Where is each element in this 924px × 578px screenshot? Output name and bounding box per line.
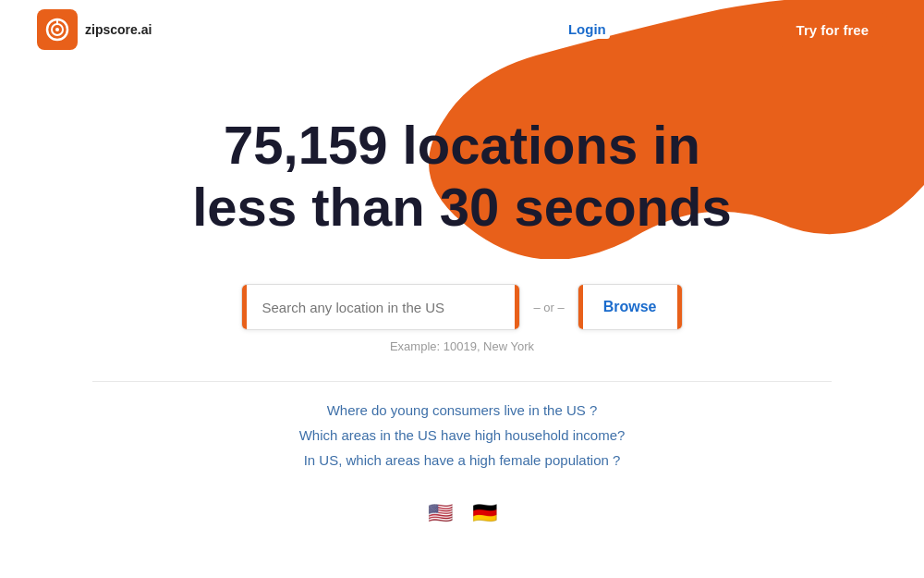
nav-link-login[interactable]: Login bbox=[565, 19, 610, 39]
suggestion-link-0[interactable]: Where do young consumers live in the US … bbox=[327, 402, 598, 418]
logo-icon bbox=[37, 9, 78, 50]
browse-right-accent bbox=[677, 285, 682, 329]
nav-link-data[interactable]: Data bbox=[502, 21, 531, 37]
nav-item-data[interactable]: Data bbox=[502, 21, 531, 38]
browse-wrapper: Browse bbox=[578, 284, 683, 330]
navbar: zipscore.ai Features Usecases Data Login… bbox=[0, 0, 924, 59]
flags-row: 🇺🇸 🇩🇪 bbox=[0, 501, 924, 525]
search-wrapper bbox=[241, 284, 520, 330]
search-input[interactable] bbox=[247, 289, 515, 326]
nav-item-usecases[interactable]: Usecases bbox=[407, 21, 468, 38]
search-area: – or – Browse bbox=[0, 284, 924, 330]
svg-point-2 bbox=[55, 28, 59, 31]
search-right-accent bbox=[515, 285, 519, 329]
flag-us[interactable]: 🇺🇸 bbox=[422, 501, 457, 525]
hero-title-line1: 75,159 locations in bbox=[224, 115, 700, 175]
suggestions: Where do young consumers live in the US … bbox=[0, 402, 924, 468]
nav-links: Features Usecases Data Login bbox=[320, 21, 610, 38]
main-content: 75,159 locations in less than 30 seconds… bbox=[0, 59, 924, 525]
logo-area[interactable]: zipscore.ai bbox=[37, 9, 152, 50]
brand-name: zipscore.ai bbox=[85, 22, 152, 37]
logo-svg bbox=[44, 17, 70, 43]
hero-title-line2: less than 30 seconds bbox=[192, 177, 731, 237]
try-for-free-button[interactable]: Try for free bbox=[778, 13, 887, 47]
suggestion-link-1[interactable]: Which areas in the US have high househol… bbox=[299, 427, 626, 443]
nav-item-login[interactable]: Login bbox=[565, 21, 610, 38]
hero-title: 75,159 locations in less than 30 seconds bbox=[139, 115, 785, 238]
search-hint: Example: 10019, New York bbox=[0, 339, 924, 353]
divider bbox=[92, 381, 832, 382]
browse-button[interactable]: Browse bbox=[583, 285, 677, 329]
nav-link-features[interactable]: Features bbox=[320, 21, 374, 37]
nav-item-features[interactable]: Features bbox=[320, 21, 374, 38]
or-separator: – or – bbox=[520, 301, 577, 314]
flag-de[interactable]: 🇩🇪 bbox=[467, 501, 502, 525]
nav-link-usecases[interactable]: Usecases bbox=[407, 21, 468, 37]
suggestion-link-2[interactable]: In US, which areas have a high female po… bbox=[304, 452, 621, 468]
